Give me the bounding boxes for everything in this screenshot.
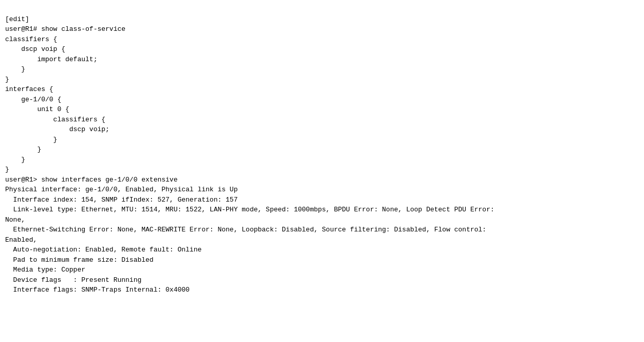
terminal-line: } xyxy=(5,64,639,75)
terminal-line: [edit] xyxy=(5,14,639,25)
terminal-line: Enabled, xyxy=(5,235,639,245)
terminal-line: ge-1/0/0 { xyxy=(5,95,639,105)
terminal-line: Ethernet-Switching Error: None, MAC-REWR… xyxy=(5,225,639,235)
terminal-output: [edit]user@R1# show class-of-serviceclas… xyxy=(5,4,639,295)
terminal-line: user@R1# show class-of-service xyxy=(5,24,639,34)
terminal-line: interfaces { xyxy=(5,84,639,95)
terminal-line: } xyxy=(5,75,639,85)
terminal-line: dscp voip; xyxy=(5,124,639,135)
terminal-line: Interface index: 154, SNMP ifIndex: 527,… xyxy=(5,195,639,205)
terminal-line: classifiers { xyxy=(5,34,639,45)
terminal-line: Auto-negotiation: Enabled, Remote fault:… xyxy=(5,245,639,255)
terminal-line: Physical interface: ge-1/0/0, Enabled, P… xyxy=(5,185,639,195)
terminal-line: import default; xyxy=(5,55,639,65)
terminal-line: } xyxy=(5,155,639,165)
terminal-line: Pad to minimum frame size: Disabled xyxy=(5,255,639,265)
terminal-line: user@R1> show interfaces ge-1/0/0 extens… xyxy=(5,175,639,185)
terminal-line: unit 0 { xyxy=(5,104,639,115)
terminal-line: } xyxy=(5,145,639,155)
terminal-line: None, xyxy=(5,215,639,225)
terminal-line: Device flags : Present Running xyxy=(5,275,639,285)
terminal-line: Interface flags: SNMP-Traps Internal: 0x… xyxy=(5,285,639,295)
terminal-line: classifiers { xyxy=(5,115,639,125)
terminal-line: Media type: Copper xyxy=(5,265,639,275)
terminal-line: dscp voip { xyxy=(5,44,639,55)
terminal-line: } xyxy=(5,135,639,145)
terminal-line: Link-level type: Ethernet, MTU: 1514, MR… xyxy=(5,205,639,215)
terminal-line: } xyxy=(5,165,639,175)
